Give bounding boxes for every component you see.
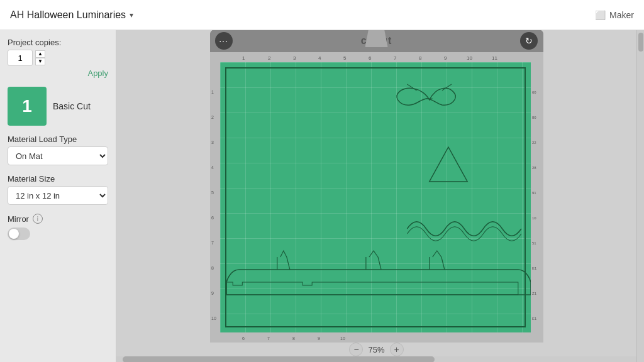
toggle-knob: [9, 229, 19, 239]
svg-text:91: 91: [532, 191, 536, 195]
mat-body: 1 2 3 4 5 6 7 8 9 10: [210, 62, 543, 332]
zoom-in-button[interactable]: +: [390, 343, 404, 356]
bottom-ruler-corner-left: [210, 332, 220, 343]
svg-text:E1: E1: [532, 266, 537, 270]
svg-text:2: 2: [211, 115, 214, 119]
mirror-toggle[interactable]: [8, 228, 30, 240]
apply-button[interactable]: Apply: [8, 69, 108, 78]
mirror-info-icon[interactable]: i: [33, 214, 43, 224]
mat-surface: [220, 62, 531, 332]
mat-designs-svg: [220, 62, 531, 332]
material-load-type-select[interactable]: On Mat: [8, 146, 108, 165]
mirror-label-row: Mirror i: [8, 214, 108, 224]
svg-text:10: 10: [532, 216, 536, 220]
main-layout: Project copies: ▲ ▼ Apply 1 Basic Cut Ma…: [0, 30, 644, 362]
bottom-ruler-row: 6 7 8 9 10: [210, 332, 543, 343]
svg-text:10: 10: [211, 316, 216, 321]
svg-text:8: 8: [211, 266, 214, 270]
svg-text:3: 3: [293, 55, 296, 61]
cricut-mat: ··· cricut ↻ 1 2 3 4: [210, 30, 543, 343]
ruler-vertical-right: 60 80 22 28 91 10 51 E1 Z1 E1: [531, 62, 543, 332]
mirror-section: Mirror i: [8, 214, 108, 240]
svg-text:7: 7: [267, 336, 270, 341]
material-load-type-group: Material Load Type On Mat: [8, 134, 108, 165]
copies-input-group: ▲ ▼: [8, 50, 108, 66]
svg-text:4: 4: [318, 55, 321, 61]
svg-text:4: 4: [211, 165, 214, 170]
svg-text:11: 11: [492, 55, 497, 61]
svg-text:7: 7: [211, 241, 214, 245]
svg-marker-23: [429, 147, 467, 182]
printer-icon: ⬜: [595, 10, 606, 20]
svg-text:Z1: Z1: [532, 292, 537, 295]
mat-hook: [365, 30, 388, 47]
svg-text:10: 10: [340, 336, 345, 341]
svg-text:60: 60: [532, 90, 536, 94]
svg-text:22: 22: [532, 141, 536, 145]
vertical-scrollbar[interactable]: [636, 30, 644, 362]
svg-rect-0: [220, 52, 531, 62]
app-header: AH Halloween Luminaries ▾ ⬜ Maker: [0, 0, 644, 30]
svg-text:6: 6: [369, 55, 372, 61]
svg-text:80: 80: [532, 116, 536, 119]
zoom-label: 75%: [368, 345, 384, 354]
dots-menu-button[interactable]: ···: [215, 32, 233, 50]
svg-text:E1: E1: [532, 317, 537, 321]
ruler-horizontal: 1 2 3 4 5 6 7 8 9 10 11: [220, 52, 531, 62]
mat-number: 1: [22, 96, 32, 116]
cricut-mat-wrapper: ··· cricut ↻ 1 2 3 4: [210, 30, 543, 343]
canvas-area: ··· cricut ↻ 1 2 3 4: [116, 30, 636, 362]
project-copies-label: Project copies:: [8, 38, 108, 47]
mat-card: 1 Basic Cut: [8, 87, 108, 126]
zoom-out-button[interactable]: −: [349, 343, 363, 356]
svg-text:8: 8: [292, 336, 295, 341]
mat-top-bar: ··· cricut ↻: [210, 30, 543, 52]
chevron-down-icon[interactable]: ▾: [130, 11, 133, 19]
project-title: AH Halloween Luminaries: [10, 9, 126, 21]
svg-text:3: 3: [211, 140, 214, 145]
horizontal-scrollbar-thumb[interactable]: [123, 356, 435, 362]
svg-text:9: 9: [211, 291, 214, 295]
ruler-corner: [210, 52, 220, 62]
project-title-group: AH Halloween Luminaries ▾: [10, 9, 133, 21]
svg-text:9: 9: [444, 55, 447, 61]
ruler-right-top: [531, 52, 543, 62]
material-size-group: Material Size 12 in x 12 in: [8, 174, 108, 205]
svg-text:9: 9: [318, 336, 320, 341]
svg-text:10: 10: [467, 55, 472, 61]
material-size-select[interactable]: 12 in x 12 in: [8, 186, 108, 205]
svg-text:28: 28: [532, 166, 536, 170]
svg-text:5: 5: [343, 55, 347, 61]
svg-text:8: 8: [419, 55, 422, 61]
machine-label: Maker: [609, 10, 634, 20]
copies-decrement-button[interactable]: ▼: [35, 58, 45, 65]
svg-text:2: 2: [268, 55, 271, 61]
ruler-row: 1 2 3 4 5 6 7 8 9 10 11: [210, 52, 543, 62]
svg-text:6: 6: [242, 336, 245, 341]
svg-text:51: 51: [532, 241, 536, 245]
horizontal-scrollbar[interactable]: [116, 356, 636, 362]
copies-increment-button[interactable]: ▲: [35, 50, 45, 58]
svg-text:1: 1: [211, 90, 214, 94]
mat-thumbnail: 1: [8, 87, 47, 126]
copies-input[interactable]: [8, 50, 33, 66]
refresh-button[interactable]: ↻: [520, 32, 538, 50]
copies-spinner: ▲ ▼: [35, 50, 45, 65]
sidebar: Project copies: ▲ ▼ Apply 1 Basic Cut Ma…: [0, 30, 116, 362]
svg-text:7: 7: [394, 55, 397, 61]
svg-text:1: 1: [242, 55, 245, 61]
material-load-type-label: Material Load Type: [8, 134, 108, 144]
machine-info: ⬜ Maker: [595, 10, 634, 20]
material-size-label: Material Size: [8, 174, 108, 184]
ruler-horizontal-bottom: 6 7 8 9 10: [220, 332, 531, 343]
mirror-label: Mirror: [8, 214, 29, 224]
project-copies-section: Project copies: ▲ ▼ Apply: [8, 38, 108, 78]
mat-cut-label: Basic Cut: [53, 101, 91, 111]
ruler-vertical-left: 1 2 3 4 5 6 7 8 9 10: [210, 62, 220, 332]
zoom-controls-bar: − 75% +: [349, 343, 403, 356]
vertical-scrollbar-thumb[interactable]: [638, 33, 643, 52]
bottom-ruler-corner-right: [531, 332, 543, 343]
svg-text:6: 6: [211, 216, 214, 220]
svg-text:5: 5: [211, 190, 214, 195]
